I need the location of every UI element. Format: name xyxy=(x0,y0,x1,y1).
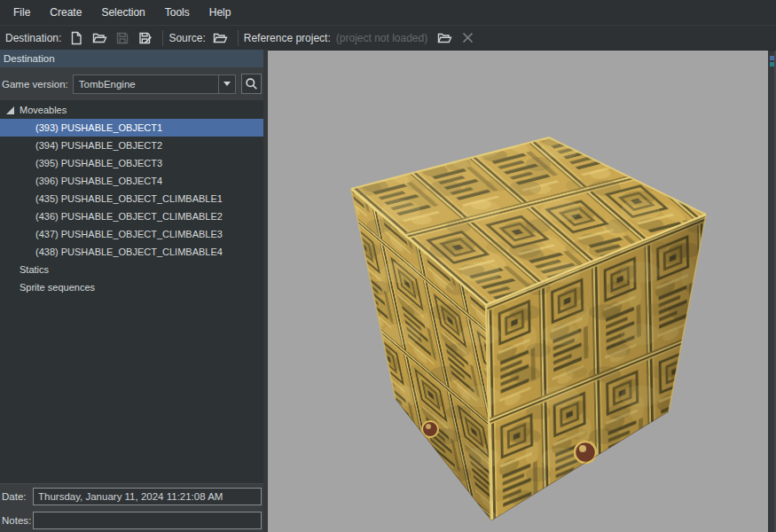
search-object-button[interactable] xyxy=(241,74,262,94)
open-reference-project-button[interactable] xyxy=(434,28,455,48)
destination-toolbar-label: Destination: xyxy=(5,32,61,44)
reference-project-label: Reference project: xyxy=(244,32,331,44)
save-destination-wad-button[interactable] xyxy=(112,28,133,48)
tree-item-pushable-object4[interactable]: (396) PUSHABLE_OBJECT4 xyxy=(0,172,263,190)
tree-item-pushable-object-climbable4[interactable]: (438) PUSHABLE_OBJECT_CLIMBABLE4 xyxy=(0,243,263,261)
tree-item-pushable-object2[interactable]: (394) PUSHABLE_OBJECT2 xyxy=(0,137,263,154)
game-version-dropdown[interactable]: TombEngine xyxy=(73,74,236,94)
textured-cube-preview[interactable] xyxy=(268,51,772,532)
close-icon xyxy=(461,31,474,44)
clear-reference-project-button[interactable] xyxy=(457,28,478,48)
tree-item-pushable-object1[interactable]: (393) PUSHABLE_OBJECT1 xyxy=(0,119,263,137)
tree-item-pushable-object-climbable2[interactable]: (436) PUSHABLE_OBJECT_CLIMBABLE2 xyxy=(0,207,263,225)
date-field[interactable] xyxy=(33,488,262,505)
notes-label: Notes: xyxy=(2,515,33,526)
menu-help[interactable]: Help xyxy=(200,0,241,25)
save-as-icon xyxy=(138,31,153,45)
tree-item-statics[interactable]: Statics xyxy=(0,261,263,278)
dropdown-arrow-button[interactable] xyxy=(218,75,235,93)
tree-item-moveables[interactable]: Moveables xyxy=(0,101,263,119)
date-row: Date: xyxy=(0,483,263,509)
toolbar-separator xyxy=(238,30,239,46)
chevron-down-icon xyxy=(223,82,231,86)
menu-bar: File Create Selection Tools Help xyxy=(0,0,776,25)
destination-panel: Destination Game version: TombEngine xyxy=(0,50,268,532)
tree-item-pushable-object3[interactable]: (395) PUSHABLE_OBJECT3 xyxy=(0,154,263,172)
menu-create[interactable]: Create xyxy=(40,0,91,25)
save-icon xyxy=(115,31,129,45)
tree-item-pushable-object-climbable1[interactable]: (435) PUSHABLE_OBJECT_CLIMBABLE1 xyxy=(0,190,263,207)
date-label: Date: xyxy=(2,491,33,502)
save-destination-wad-as-button[interactable] xyxy=(135,28,156,48)
game-version-label: Game version: xyxy=(2,79,68,90)
open-folder-icon xyxy=(92,31,107,45)
object-tree: Moveables (393) PUSHABLE_OBJECT1 (394) P… xyxy=(0,100,263,483)
3d-preview-viewport[interactable] xyxy=(268,50,776,532)
tree-item-sprite-sequences[interactable]: Sprite sequences xyxy=(0,278,263,296)
main-split: Destination Game version: TombEngine xyxy=(0,50,776,532)
destination-panel-title: Destination xyxy=(0,50,263,67)
open-source-wad-button[interactable] xyxy=(210,28,231,48)
menu-file[interactable]: File xyxy=(4,0,40,25)
search-icon xyxy=(245,77,258,90)
open-folder-icon xyxy=(437,31,452,45)
notes-row: Notes: xyxy=(0,509,263,532)
source-toolbar-label: Source: xyxy=(169,32,205,44)
game-version-row: Game version: TombEngine xyxy=(0,67,263,100)
viewport-side-strip xyxy=(768,51,776,532)
menu-tools[interactable]: Tools xyxy=(155,0,200,25)
tree-item-pushable-object-climbable3[interactable]: (437) PUSHABLE_OBJECT_CLIMBABLE3 xyxy=(0,225,263,243)
game-version-value: TombEngine xyxy=(74,79,218,90)
toolbar: Destination: xyxy=(0,25,776,50)
menu-selection[interactable]: Selection xyxy=(91,0,154,25)
wad-tool-window: File Create Selection Tools Help Destina… xyxy=(0,0,776,532)
open-destination-wad-button[interactable] xyxy=(89,28,110,48)
new-file-icon xyxy=(69,31,83,45)
new-destination-wad-button[interactable] xyxy=(66,28,87,48)
tree-expander-icon[interactable] xyxy=(6,106,14,114)
notes-field[interactable] xyxy=(33,512,262,529)
reference-project-status: (project not loaded) xyxy=(336,32,427,44)
open-folder-icon xyxy=(213,31,228,45)
toolbar-separator xyxy=(162,30,163,46)
